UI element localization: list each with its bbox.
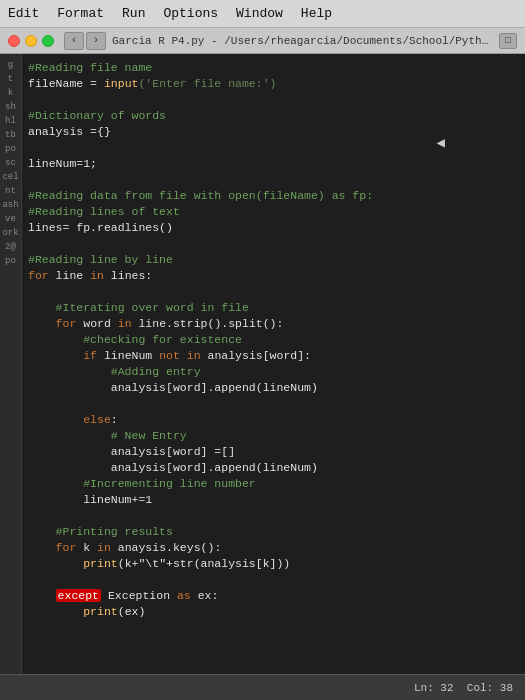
sidebar: g t k sh hl tb po sc cel nt ash ve ork 2… (0, 54, 22, 674)
code-line-22 (28, 396, 517, 412)
code-line-16: #Iterating over word in file (28, 300, 517, 316)
forward-arrow[interactable]: › (86, 32, 106, 50)
code-line-7: lineNum=1; (28, 156, 517, 172)
code-line-27: #Incrementing line number (28, 476, 517, 492)
menu-options[interactable]: Options (163, 6, 218, 21)
titlebar: ‹ › Garcia R P4.py - /Users/rheagarcia/D… (0, 28, 525, 54)
sidebar-label-ve: ve (0, 212, 21, 226)
code-line-21: analysis[word].append(lineNum) (28, 380, 517, 396)
code-line-9: #Reading data from file with open(fileNa… (28, 188, 517, 204)
sidebar-label-tb: tb (0, 128, 21, 142)
code-line-4: #Dictionary of words (28, 108, 517, 124)
code-line-25: analysis[word] =[] (28, 444, 517, 460)
code-line-20: #Adding entry (28, 364, 517, 380)
sidebar-label-2: 2@ (0, 240, 21, 254)
code-line-28: lineNum+=1 (28, 492, 517, 508)
code-line-14: for line in lines: (28, 268, 517, 284)
code-line-29 (28, 508, 517, 524)
code-line-10: #Reading lines of text (28, 204, 517, 220)
status-ln: Ln: 32 (414, 682, 454, 694)
sidebar-label-g: g (0, 58, 21, 72)
code-line-11: lines= fp.readlines() (28, 220, 517, 236)
menu-help[interactable]: Help (301, 6, 332, 21)
sidebar-label-sh: sh (0, 100, 21, 114)
code-line-32: print(k+"\t"+str(analysis[k])) (28, 556, 517, 572)
code-line-15 (28, 284, 517, 300)
traffic-lights (8, 35, 54, 47)
sidebar-label-sc: sc (0, 156, 21, 170)
code-line-24: # New Entry (28, 428, 517, 444)
code-line-31: for k in anaysis.keys(): (28, 540, 517, 556)
code-line-19: if lineNum not in analysis[word]: (28, 348, 517, 364)
code-line-35: print(ex) (28, 604, 517, 620)
code-line-8 (28, 172, 517, 188)
menubar: Edit Format Run Options Window Help (0, 0, 525, 28)
sidebar-label-k: k (0, 86, 21, 100)
code-editor[interactable]: #Reading file name fileName = input('Ent… (22, 54, 525, 674)
maximize-button[interactable] (42, 35, 54, 47)
menu-format[interactable]: Format (57, 6, 104, 21)
code-line-12 (28, 236, 517, 252)
statusbar: Ln: 32 Col: 38 (0, 674, 525, 700)
sidebar-label-t: t (0, 72, 21, 86)
menu-window[interactable]: Window (236, 6, 283, 21)
close-button[interactable] (8, 35, 20, 47)
sidebar-label-ork: ork (0, 226, 21, 240)
code-line-3 (28, 92, 517, 108)
sidebar-label-nt: nt (0, 184, 21, 198)
code-line-26: analysis[word].append(lineNum) (28, 460, 517, 476)
menu-run[interactable]: Run (122, 6, 145, 21)
code-line-17: for word in line.strip().split(): (28, 316, 517, 332)
expand-button[interactable]: □ (499, 33, 517, 49)
code-line-1: #Reading file name (28, 60, 517, 76)
sidebar-label-hl: hl (0, 114, 21, 128)
window-title: Garcia R P4.py - /Users/rheagarcia/Docum… (112, 35, 493, 47)
menu-edit[interactable]: Edit (8, 6, 39, 21)
nav-arrows: ‹ › (64, 32, 106, 50)
sidebar-label-cel: cel (0, 170, 21, 184)
back-arrow[interactable]: ‹ (64, 32, 84, 50)
status-ln-col: Ln: 32 Col: 38 (414, 682, 513, 694)
status-col: Col: 38 (467, 682, 513, 694)
code-line-30: #Printing results (28, 524, 517, 540)
code-line-18: #checking for existence (28, 332, 517, 348)
code-line-23: else: (28, 412, 517, 428)
sidebar-label-po: po (0, 142, 21, 156)
sidebar-label-po2: po (0, 254, 21, 268)
code-line-2: fileName = input('Enter file name:') (28, 76, 517, 92)
minimize-button[interactable] (25, 35, 37, 47)
sidebar-label-ash: ash (0, 198, 21, 212)
editor: g t k sh hl tb po sc cel nt ash ve ork 2… (0, 54, 525, 674)
cursor-indicator: ◀ (437, 134, 445, 151)
code-line-33 (28, 572, 517, 588)
code-line-13: #Reading line by line (28, 252, 517, 268)
code-line-34: except Exception as ex: (28, 588, 517, 604)
